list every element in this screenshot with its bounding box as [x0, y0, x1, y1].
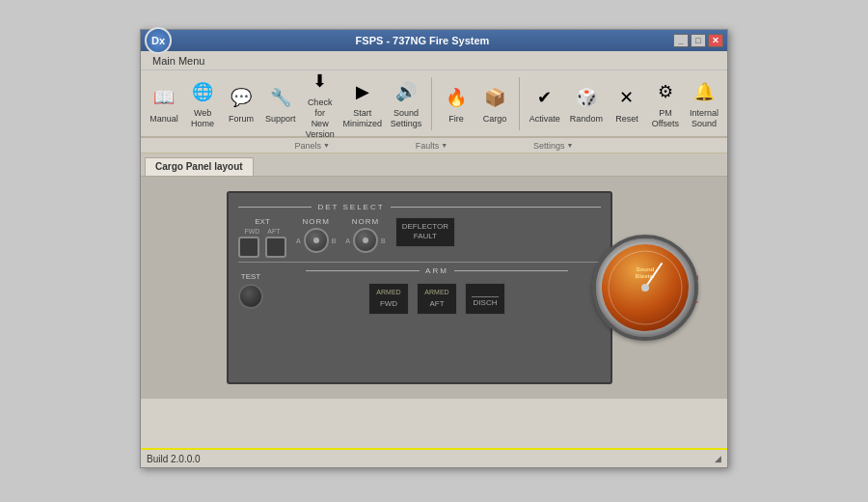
fire-label: Fire [448, 114, 464, 125]
main-window: Dx FSPS - 737NG Fire System _ □ ✕ Main M… [140, 29, 728, 468]
support-label: Support [265, 114, 296, 125]
panels-label: Panels [295, 141, 322, 151]
tab-cargo-panel-layout[interactable]: Cargo Panel layout [145, 157, 254, 176]
webhome-label: Web Home [188, 108, 217, 129]
gauge-ticks [602, 244, 689, 331]
toolbar-btn-sound[interactable]: 🔊 Sound Settings [388, 73, 425, 133]
toolbar-btn-cargo[interactable]: 📦 Cargo [477, 79, 512, 128]
internalsound-icon: 🔔 [690, 77, 719, 106]
toolbar-btn-pmoffsets[interactable]: ⚙ PM Offsets [648, 73, 683, 133]
faults-arrow: ▼ [441, 142, 448, 149]
toolbar-btn-checkversion[interactable]: ⬇ Check for New Version [303, 63, 338, 143]
panels-arrow: ▼ [323, 142, 330, 149]
close-button[interactable]: ✕ [708, 34, 723, 47]
statusbar: Build 2.0.0.0 ◢ [141, 448, 727, 467]
ext-fwd-button[interactable] [238, 237, 259, 258]
ext-btns-row [238, 237, 286, 258]
reset-label: Reset [615, 114, 638, 125]
manual-label: Manual [149, 114, 178, 125]
svg-point-2 [641, 284, 649, 292]
fire-icon: 🔥 [442, 83, 471, 112]
norm-section-2: NORM A B [345, 217, 385, 253]
checkversion-label: Check for New Version [306, 98, 335, 139]
norm-section-1: NORM A B [296, 217, 336, 253]
maximize-button[interactable]: □ [691, 34, 706, 47]
b-label-2: B [381, 237, 386, 244]
toolbar-btn-forum[interactable]: 💬 Forum [224, 79, 258, 128]
activate-label: Activate [529, 114, 560, 125]
toolbar-btn-startminimized[interactable]: ▶ Start Minimized [341, 73, 384, 133]
fire-gauge: Sound Blaster [592, 235, 698, 341]
toolbar-btn-activate[interactable]: ✔ Activate [527, 79, 563, 128]
sound-label: Sound Settings [391, 108, 422, 129]
toolbar-btn-random[interactable]: 🎲 Random [567, 79, 606, 128]
toolbar-btn-reset[interactable]: ✕ Reset [610, 79, 644, 128]
toolbar-separator-2 [519, 77, 520, 130]
reset-icon: ✕ [612, 83, 641, 112]
arm-buttons-group: ARMED FWD ARMED AFT DISCH [368, 283, 505, 315]
sound-icon: 🔊 [392, 77, 420, 106]
disch-button[interactable]: DISCH [465, 283, 505, 315]
check-icon: ⬇ [306, 67, 335, 96]
pmoffsets-icon: ⚙ [651, 77, 680, 106]
activate-icon: ✔ [530, 83, 559, 112]
minimize-button[interactable]: _ [673, 34, 689, 47]
ext-label: EXT [255, 217, 270, 226]
build-text: Build 2.0.0.0 [147, 454, 201, 464]
titlebar-controls: _ □ ✕ [673, 34, 723, 47]
toolbar-btn-support[interactable]: 🔧 Support [262, 79, 299, 128]
det-select-section: DET SELECT [238, 203, 601, 211]
cargo-panel-box: DET SELECT EXT FWD AFT [227, 191, 612, 384]
random-icon: 🎲 [572, 83, 601, 112]
toolbar-btn-webhome[interactable]: 🌐 Web Home [185, 73, 220, 133]
cargo-icon: 📦 [480, 83, 509, 112]
tabstrip: Cargo Panel layout [141, 153, 727, 177]
toolbar-btn-internalsound[interactable]: 🔔 Internal Sound [687, 73, 721, 133]
panel-divider [238, 262, 601, 263]
toolbar-btn-manual[interactable]: 📖 Manual [147, 79, 181, 128]
norm-label-2: NORM [352, 217, 379, 226]
gauge-container: Sound Blaster [592, 235, 698, 341]
titlebar: Dx FSPS - 737NG Fire System _ □ ✕ [141, 30, 727, 51]
panel-bottom-row: TEST ARM ARMED FWD [238, 266, 601, 315]
arm-label: ARM [420, 266, 454, 275]
norm-label-1: NORM [302, 217, 329, 226]
ext-buttons: FWD AFT [244, 228, 280, 235]
menubar: Main Menu [141, 51, 727, 70]
panel-top-row: EXT FWD AFT NORM A B [238, 217, 601, 258]
window-title: FSPS - 737NG Fire System [172, 35, 673, 46]
start-icon: ▶ [348, 77, 377, 106]
section-panels: Panels ▼ [287, 141, 338, 151]
cargo-label: Cargo [483, 114, 507, 125]
toolbar-btn-fire[interactable]: 🔥 Fire [439, 79, 474, 128]
arm-section: ARM ARMED FWD ARMED AFT [273, 266, 601, 315]
svg-line-1 [645, 264, 662, 288]
deflector-fault-button[interactable]: DEFLECTOR FAULT [395, 217, 455, 247]
forum-icon: 💬 [227, 83, 256, 112]
menu-item-mainmenu[interactable]: Main Menu [145, 53, 212, 69]
app-logo: Dx [145, 27, 172, 54]
aft-text: AFT [429, 299, 444, 308]
test-label: TEST [241, 272, 260, 281]
random-label: Random [570, 114, 603, 125]
settings-arrow: ▼ [567, 142, 574, 149]
aft-sublabel: AFT [267, 228, 280, 235]
toolbar-separator-1 [431, 77, 432, 130]
b-label-1: B [332, 237, 337, 244]
section-settings: Settings ▼ [526, 141, 581, 151]
armed-fwd-button[interactable]: ARMED FWD [368, 283, 409, 315]
manual-icon: 📖 [149, 83, 178, 112]
test-button[interactable] [238, 284, 263, 309]
norm-switch-1[interactable] [304, 228, 329, 253]
internalsound-label: Internal Sound [690, 108, 719, 129]
armed-aft-button[interactable]: ARMED AFT [417, 283, 457, 315]
fwd-sublabel: FWD [244, 228, 259, 235]
a-label-1: A [296, 237, 301, 244]
ext-aft-button[interactable] [265, 237, 286, 258]
gauge-inner: Sound Blaster [602, 244, 689, 331]
norm-switch-2[interactable] [353, 228, 378, 253]
pmoffsets-label: PM Offsets [651, 108, 680, 129]
det-select-label: DET SELECT [312, 203, 390, 211]
startminimized-label: Start Minimized [342, 108, 382, 129]
toolbar: 📖 Manual 🌐 Web Home 💬 Forum 🔧 Support ⬇ … [141, 70, 727, 138]
